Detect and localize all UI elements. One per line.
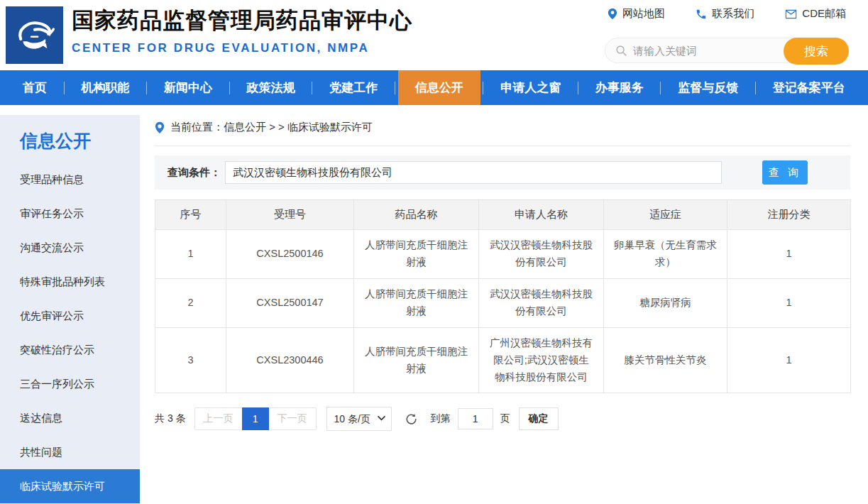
main-content: 当前位置：信息公开 > > 临床试验默示许可 查询条件： 查 询 序号 受理号 … [140,105,868,504]
nav-item-home[interactable]: 首页 [9,70,61,105]
cell-applicant: 广州汉密顿生物科技有限公司;武汉汉密顿生物科技股份有限公司 [479,327,604,393]
prev-page-button[interactable]: 上一页 [194,407,243,430]
nav-item-supervision[interactable]: 监督与反馈 [664,70,752,105]
sidebar-item-special-approval[interactable]: 特殊审批品种列表 [0,265,140,299]
quick-links: 网站地图 联系我们 CDE邮箱 [605,7,849,21]
col-header-registration-class: 注册分类 [727,200,851,230]
query-input[interactable] [225,161,722,184]
link-sitemap-label: 网站地图 [622,7,665,21]
table-row: 2 CXSL2500147 人脐带间充质干细胞注射液 武汉汉密顿生物科技股份有限… [155,278,851,327]
table-header-row: 序号 受理号 药品名称 申请人名称 适应症 注册分类 [155,200,851,230]
breadcrumb: 当前位置：信息公开 > > 临床试验默示许可 [155,121,850,146]
location-pin-icon [608,8,617,20]
confirm-button[interactable]: 确定 [519,407,559,430]
page-size-select[interactable]: 10 条/页 [326,407,392,431]
nav-item-info-disclosure[interactable]: 信息公开 [398,70,480,105]
nav-separator [483,82,483,94]
link-mail[interactable]: CDE邮箱 [785,7,846,21]
page: 国家药品监督管理局药品审评中心 CENTER FOR DRUG EVALUATI… [0,0,868,504]
nav-separator [64,82,65,94]
phone-icon [696,9,707,20]
sidebar-item-accepted-varieties[interactable]: 受理品种信息 [0,163,140,197]
nav-separator [312,82,312,94]
nav-item-applicant[interactable]: 申请人之窗 [486,70,575,105]
cell-acceptance-no: CXSL2500146 [226,230,354,279]
cell-applicant: 武汉汉密顿生物科技股份有限公司 [479,230,604,279]
cell-indication: 糖尿病肾病 [604,278,727,327]
query-button[interactable]: 查 询 [762,160,808,185]
nav-separator [229,82,230,94]
page-size-select-wrap: 10 条/页 [326,407,392,431]
next-page-button[interactable]: 下一页 [268,407,317,430]
cell-acceptance-no: CXSL2500147 [226,278,354,327]
col-header-applicant: 申请人名称 [479,200,604,230]
table-row: 3 CXSL2300446 人脐带间充质干细胞注射液 广州汉密顿生物科技有限公司… [155,327,851,393]
sidebar-item-delivery-info[interactable]: 送达信息 [0,401,140,435]
query-bar: 查询条件： 查 询 [155,155,850,190]
goto-page-input[interactable] [458,408,493,429]
sidebar-item-three-in-one[interactable]: 三合一序列公示 [0,367,140,401]
sidebar: 信息公开 受理品种信息 审评任务公示 沟通交流公示 特殊审批品种列表 优先审评公… [0,115,140,504]
nav-item-services[interactable]: 办事服务 [581,70,658,105]
nav-item-party[interactable]: 党建工作 [315,70,392,105]
cell-indication: 卵巢早衰（无生育需求求） [604,230,727,279]
goto-page-label: 到第 [431,412,451,425]
site-search: 搜索 [605,38,849,63]
nav-separator [578,82,578,94]
cell-index: 1 [155,230,226,279]
cell-registration-class: 1 [727,278,851,327]
cell-drug-name: 人脐带间充质干细胞注射液 [354,278,479,327]
col-header-acceptance-no: 受理号 [226,200,354,230]
search-icon [615,45,627,57]
nav-item-functions[interactable]: 机构职能 [67,70,144,105]
envelope-icon [785,9,797,19]
nav-separator [755,82,756,94]
brand-titles: 国家药品监督管理局药品审评中心 CENTER FOR DRUG EVALUATI… [72,6,412,55]
breadcrumb-pin-icon [155,121,165,134]
cell-acceptance-no: CXSL2300446 [226,327,354,393]
site-title-en: CENTER FOR DRUG EVALUATION, NMPA [72,41,412,55]
link-contact[interactable]: 联系我们 [696,7,754,21]
cell-registration-class: 1 [727,327,851,393]
site-search-button[interactable]: 搜索 [784,38,849,65]
query-label: 查询条件： [167,166,221,180]
logo-swoosh-icon [11,12,58,59]
link-sitemap[interactable]: 网站地图 [608,7,665,21]
nav-separator [146,82,147,94]
cell-drug-name: 人脐带间充质干细胞注射液 [354,327,479,393]
col-header-index: 序号 [155,200,226,230]
goto-page-unit: 页 [500,412,510,425]
link-contact-label: 联系我们 [712,7,754,21]
cell-index: 2 [155,278,226,327]
current-page-button[interactable]: 1 [242,407,269,430]
pagination: 共 3 条 上一页 1 下一页 10 条/页 到第 页 确定 [155,407,850,431]
cell-index: 3 [155,327,226,393]
sidebar-item-common-issues[interactable]: 共性问题 [0,435,140,469]
sidebar-item-priority-review[interactable]: 优先审评公示 [0,299,140,333]
cell-applicant: 武汉汉密顿生物科技股份有限公司 [479,278,604,327]
table-row: 1 CXSL2500146 人脐带间充质干细胞注射液 武汉汉密顿生物科技股份有限… [155,230,851,279]
nav-separator [395,82,395,94]
cell-drug-name: 人脐带间充质干细胞注射液 [354,230,479,279]
sidebar-item-review-tasks[interactable]: 审评任务公示 [0,197,140,231]
cell-registration-class: 1 [727,230,851,279]
sidebar-title: 信息公开 [0,129,140,153]
pagination-total: 共 3 条 [155,412,186,425]
nav-item-policy[interactable]: 政策法规 [233,70,309,105]
cde-logo [6,6,63,64]
nav-item-news[interactable]: 新闻中心 [150,70,226,105]
page-body: 信息公开 受理品种信息 审评任务公示 沟通交流公示 特殊审批品种列表 优先审评公… [0,105,868,504]
nav-item-registration[interactable]: 登记备案平台 [759,70,859,105]
results-table: 序号 受理号 药品名称 申请人名称 适应症 注册分类 1 CXSL2500146… [155,199,851,393]
main-nav: 首页 机构职能 新闻中心 政策法规 党建工作 信息公开 申请人之窗 办事服务 监… [0,70,868,105]
nav-separator [660,82,661,94]
refresh-icon[interactable] [405,412,418,426]
site-title-cn: 国家药品监督管理局药品审评中心 [72,6,412,35]
site-search-input[interactable] [633,45,761,57]
sidebar-item-communication[interactable]: 沟通交流公示 [0,231,140,265]
site-header: 国家药品监督管理局药品审评中心 CENTER FOR DRUG EVALUATI… [0,0,868,70]
sidebar-item-breakthrough-therapy[interactable]: 突破性治疗公示 [0,333,140,367]
cell-indication: 膝关节骨性关节炎 [604,327,727,393]
sidebar-item-clinical-trial-implied-license[interactable]: 临床试验默示许可 [0,469,140,503]
header-right: 网站地图 联系我们 CDE邮箱 搜索 [605,7,849,63]
